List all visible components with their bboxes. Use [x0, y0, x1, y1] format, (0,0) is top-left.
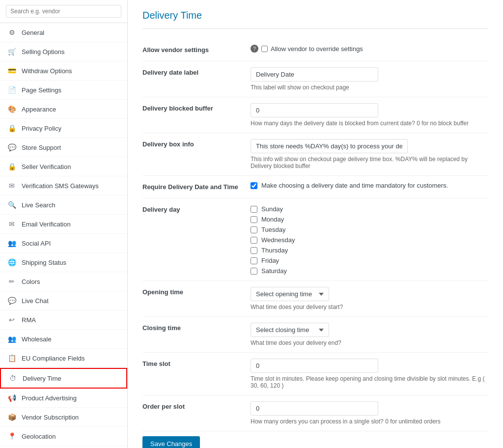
- delivery-blocked-buffer-input[interactable]: [251, 103, 378, 117]
- delivery-day-label-saturday: Saturday: [261, 267, 287, 275]
- opening-time-row: Opening time Select opening time What ti…: [142, 281, 488, 317]
- sidebar-item-appearance[interactable]: 🎨Appearance: [0, 100, 127, 119]
- order-per-slot-help: How many orders you can process in a sin…: [251, 418, 488, 425]
- sidebar-item-verification-sms[interactable]: ✉Verification SMS Gateways: [0, 176, 127, 196]
- sidebar-item-label-rma: RMA: [22, 316, 36, 324]
- sidebar-item-label-appearance: Appearance: [22, 106, 56, 113]
- wholesale-icon: 👥: [7, 334, 17, 344]
- require-delivery-row: Require Delivery Date and Time Make choo…: [142, 176, 488, 198]
- delivery-day-item-saturday: Saturday: [251, 267, 488, 275]
- sidebar-item-email-verification[interactable]: ✉Email Verification: [0, 215, 127, 234]
- sidebar-item-label-eu-compliance: EU Compliance Fields: [22, 355, 85, 362]
- sidebar-item-shipping-status[interactable]: 🌐Shipping Status: [0, 253, 127, 272]
- sidebar-item-colors[interactable]: ✏Colors: [0, 272, 127, 291]
- delivery-blocked-buffer-help: How many days the delivery date is block…: [251, 120, 488, 127]
- delivery-day-item-tuesday: Tuesday: [251, 226, 488, 233]
- sidebar-item-eu-compliance[interactable]: 📋EU Compliance Fields: [0, 349, 127, 368]
- delivery-day-checkbox-friday[interactable]: [251, 257, 257, 264]
- sidebar-item-label-general: General: [22, 29, 44, 36]
- order-per-slot-input[interactable]: [251, 401, 378, 416]
- eu-compliance-icon: 📋: [7, 353, 17, 363]
- sidebar-item-label-live-search: Live Search: [22, 201, 56, 209]
- delivery-box-info-input[interactable]: [251, 139, 408, 153]
- delivery-day-checkbox-monday[interactable]: [251, 216, 257, 223]
- sidebar-item-rma[interactable]: ↩RMA: [0, 310, 127, 330]
- sidebar-item-withdraw-options[interactable]: 💳Withdraw Options: [0, 61, 127, 81]
- sidebar-item-general[interactable]: ⚙General: [0, 23, 127, 42]
- sidebar-item-live-chat[interactable]: 💬Live Chat: [0, 291, 127, 310]
- delivery-day-checkbox-tuesday[interactable]: [251, 226, 257, 233]
- rma-icon: ↩: [7, 315, 17, 325]
- sidebar-item-delivery-time[interactable]: ⏱Delivery Time: [0, 368, 127, 389]
- delivery-day-checkbox-wednesday[interactable]: [251, 237, 257, 244]
- require-delivery-checkbox[interactable]: [251, 182, 257, 189]
- sidebar-item-geolocation[interactable]: 📍Geolocation: [0, 427, 127, 446]
- delivery-day-label-tuesday: Tuesday: [261, 226, 285, 233]
- search-input[interactable]: [6, 5, 121, 18]
- sidebar-item-social-api[interactable]: 👥Social API: [0, 234, 127, 253]
- delivery-day-item-monday: Monday: [251, 216, 488, 223]
- seller-verification-icon: 🔒: [7, 162, 17, 171]
- delivery-date-label-help: This label will show on checkout page: [251, 84, 488, 91]
- opening-time-th: Opening time: [142, 281, 251, 317]
- delivery-date-label-row: Delivery date label This label will show…: [142, 61, 488, 97]
- require-delivery-label: Make choosing a delivery date and time m…: [261, 182, 448, 189]
- time-slot-row: Time slot Time slot in minutes. Please k…: [142, 353, 488, 395]
- sidebar-item-label-verification-sms: Verification SMS Gateways: [22, 182, 99, 190]
- sidebar-item-label-live-chat: Live Chat: [22, 297, 49, 305]
- closing-time-row: Closing time Select closing time What ti…: [142, 317, 488, 353]
- page-title: Delivery Time: [142, 10, 488, 29]
- sidebar-item-seller-verification[interactable]: 🔒Seller Verification: [0, 157, 127, 176]
- sidebar-item-label-withdraw-options: Withdraw Options: [22, 67, 72, 75]
- sidebar-item-label-selling-options: Selling Options: [22, 48, 64, 56]
- sidebar-item-store-support[interactable]: 💬Store Support: [0, 138, 127, 157]
- sidebar-search-container: [0, 0, 127, 23]
- general-icon: ⚙: [7, 28, 17, 37]
- delivery-day-checkbox-thursday[interactable]: [251, 247, 257, 254]
- store-support-icon: 💬: [7, 142, 17, 152]
- delivery-day-th: Delivery day: [142, 198, 251, 281]
- closing-time-select[interactable]: Select closing time: [251, 323, 329, 337]
- allow-vendor-checkbox[interactable]: [261, 46, 268, 52]
- order-per-slot-th: Order per slot: [142, 395, 251, 431]
- appearance-icon: 🎨: [7, 104, 17, 114]
- sidebar-item-label-shipping-status: Shipping Status: [22, 259, 66, 266]
- sidebar-item-product-advertising[interactable]: 📢Product Advertising: [0, 389, 127, 408]
- withdraw-options-icon: 💳: [7, 66, 17, 76]
- delivery-day-label-monday: Monday: [261, 216, 284, 223]
- sidebar-item-vendor-subscription[interactable]: 📦Vendor Subscription: [0, 408, 127, 427]
- opening-time-select[interactable]: Select opening time: [251, 287, 329, 301]
- vendor-subscription-icon: 📦: [7, 412, 17, 422]
- sidebar-item-live-search[interactable]: 🔍Live Search: [0, 196, 127, 215]
- delivery-blocked-buffer-row: Delivery blocked buffer How many days th…: [142, 97, 488, 133]
- delivery-day-checkbox-saturday[interactable]: [251, 268, 257, 275]
- allow-vendor-row: Allow vendor settings ? Allow vendor to …: [142, 39, 488, 61]
- sidebar-item-label-product-advertising: Product Advertising: [22, 394, 77, 402]
- sidebar-item-privacy-policy[interactable]: 🔒Privacy Policy: [0, 119, 127, 138]
- sidebar-item-wholesale[interactable]: 👥Wholesale: [0, 330, 127, 349]
- help-icon[interactable]: ?: [251, 45, 258, 53]
- sidebar-item-label-colors: Colors: [22, 278, 40, 285]
- delivery-day-item-sunday: Sunday: [251, 205, 488, 213]
- colors-icon: ✏: [7, 277, 17, 286]
- delivery-day-label-thursday: Thursday: [261, 247, 288, 254]
- time-slot-help: Time slot in minutes. Please keep openin…: [251, 375, 488, 389]
- allow-vendor-label: Allow vendor settings: [142, 39, 251, 61]
- sidebar-item-selling-options[interactable]: 🛒Selling Options: [0, 42, 127, 61]
- delivery-date-label-th: Delivery date label: [142, 61, 251, 97]
- save-button[interactable]: Save Changes: [142, 436, 200, 448]
- social-api-icon: 👥: [7, 238, 17, 248]
- time-slot-input[interactable]: [251, 359, 378, 373]
- sidebar-item-product-report[interactable]: 🚩Product Report Abuse: [0, 446, 127, 448]
- sidebar-item-page-settings[interactable]: 📄Page Settings: [0, 81, 127, 100]
- opening-time-help: What time does your delivery start?: [251, 304, 488, 310]
- delivery-day-item-friday: Friday: [251, 257, 488, 264]
- sidebar-item-label-store-support: Store Support: [22, 144, 61, 151]
- delivery-day-label-friday: Friday: [261, 257, 279, 264]
- delivery-day-row: Delivery day SundayMondayTuesdayWednesda…: [142, 198, 488, 281]
- live-search-icon: 🔍: [7, 200, 17, 210]
- sidebar-item-label-geolocation: Geolocation: [22, 433, 56, 440]
- delivery-box-info-th: Delivery box info: [142, 133, 251, 176]
- delivery-date-label-input[interactable]: [251, 67, 378, 82]
- delivery-day-checkbox-sunday[interactable]: [251, 206, 257, 213]
